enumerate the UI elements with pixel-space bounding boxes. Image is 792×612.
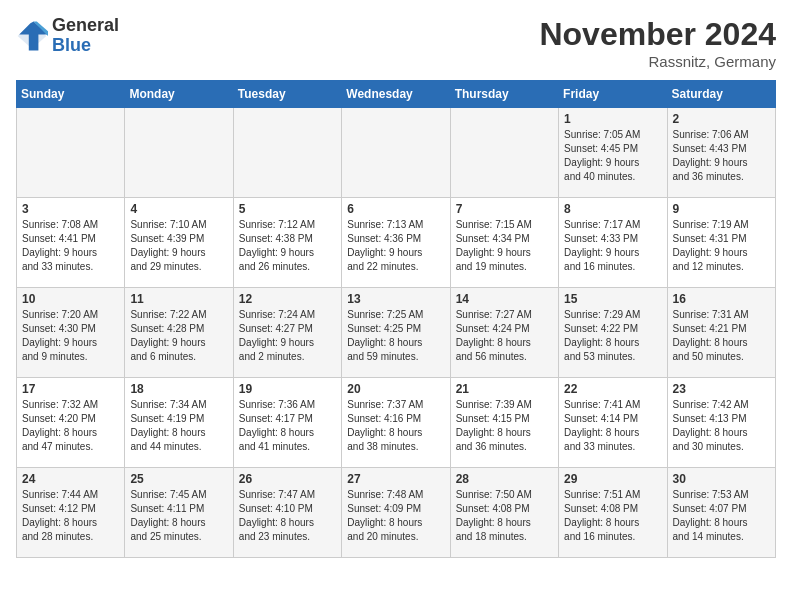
calendar-day-cell: 18Sunrise: 7:34 AM Sunset: 4:19 PM Dayli… — [125, 378, 233, 468]
day-info: Sunrise: 7:25 AM Sunset: 4:25 PM Dayligh… — [347, 308, 444, 364]
calendar-day-cell: 27Sunrise: 7:48 AM Sunset: 4:09 PM Dayli… — [342, 468, 450, 558]
day-number: 23 — [673, 382, 770, 396]
day-number: 22 — [564, 382, 661, 396]
calendar-day-cell: 9Sunrise: 7:19 AM Sunset: 4:31 PM Daylig… — [667, 198, 775, 288]
day-number: 25 — [130, 472, 227, 486]
title-block: November 2024 Rassnitz, Germany — [539, 16, 776, 70]
calendar-day-cell: 21Sunrise: 7:39 AM Sunset: 4:15 PM Dayli… — [450, 378, 558, 468]
calendar-day-cell: 26Sunrise: 7:47 AM Sunset: 4:10 PM Dayli… — [233, 468, 341, 558]
day-info: Sunrise: 7:13 AM Sunset: 4:36 PM Dayligh… — [347, 218, 444, 274]
day-number: 13 — [347, 292, 444, 306]
day-number: 27 — [347, 472, 444, 486]
day-info: Sunrise: 7:37 AM Sunset: 4:16 PM Dayligh… — [347, 398, 444, 454]
calendar-day-cell: 1Sunrise: 7:05 AM Sunset: 4:45 PM Daylig… — [559, 108, 667, 198]
day-number: 14 — [456, 292, 553, 306]
calendar-day-cell: 30Sunrise: 7:53 AM Sunset: 4:07 PM Dayli… — [667, 468, 775, 558]
day-info: Sunrise: 7:22 AM Sunset: 4:28 PM Dayligh… — [130, 308, 227, 364]
calendar-day-cell — [17, 108, 125, 198]
day-info: Sunrise: 7:12 AM Sunset: 4:38 PM Dayligh… — [239, 218, 336, 274]
day-info: Sunrise: 7:39 AM Sunset: 4:15 PM Dayligh… — [456, 398, 553, 454]
calendar-table: SundayMondayTuesdayWednesdayThursdayFrid… — [16, 80, 776, 558]
day-info: Sunrise: 7:53 AM Sunset: 4:07 PM Dayligh… — [673, 488, 770, 544]
day-number: 4 — [130, 202, 227, 216]
day-number: 10 — [22, 292, 119, 306]
calendar-week-row: 10Sunrise: 7:20 AM Sunset: 4:30 PM Dayli… — [17, 288, 776, 378]
weekday-header: Wednesday — [342, 81, 450, 108]
day-info: Sunrise: 7:15 AM Sunset: 4:34 PM Dayligh… — [456, 218, 553, 274]
day-number: 3 — [22, 202, 119, 216]
weekday-header: Thursday — [450, 81, 558, 108]
day-info: Sunrise: 7:24 AM Sunset: 4:27 PM Dayligh… — [239, 308, 336, 364]
logo-icon — [16, 20, 48, 52]
weekday-header: Saturday — [667, 81, 775, 108]
day-info: Sunrise: 7:32 AM Sunset: 4:20 PM Dayligh… — [22, 398, 119, 454]
day-number: 9 — [673, 202, 770, 216]
day-info: Sunrise: 7:08 AM Sunset: 4:41 PM Dayligh… — [22, 218, 119, 274]
calendar-day-cell: 25Sunrise: 7:45 AM Sunset: 4:11 PM Dayli… — [125, 468, 233, 558]
weekday-header: Monday — [125, 81, 233, 108]
calendar-day-cell: 4Sunrise: 7:10 AM Sunset: 4:39 PM Daylig… — [125, 198, 233, 288]
calendar-day-cell: 24Sunrise: 7:44 AM Sunset: 4:12 PM Dayli… — [17, 468, 125, 558]
day-number: 12 — [239, 292, 336, 306]
day-number: 24 — [22, 472, 119, 486]
day-number: 30 — [673, 472, 770, 486]
calendar-week-row: 3Sunrise: 7:08 AM Sunset: 4:41 PM Daylig… — [17, 198, 776, 288]
calendar-day-cell: 15Sunrise: 7:29 AM Sunset: 4:22 PM Dayli… — [559, 288, 667, 378]
calendar-day-cell: 12Sunrise: 7:24 AM Sunset: 4:27 PM Dayli… — [233, 288, 341, 378]
calendar-week-row: 1Sunrise: 7:05 AM Sunset: 4:45 PM Daylig… — [17, 108, 776, 198]
logo-text: General Blue — [52, 16, 119, 56]
day-number: 21 — [456, 382, 553, 396]
day-number: 20 — [347, 382, 444, 396]
day-number: 16 — [673, 292, 770, 306]
day-info: Sunrise: 7:48 AM Sunset: 4:09 PM Dayligh… — [347, 488, 444, 544]
calendar-day-cell: 10Sunrise: 7:20 AM Sunset: 4:30 PM Dayli… — [17, 288, 125, 378]
day-number: 7 — [456, 202, 553, 216]
day-number: 2 — [673, 112, 770, 126]
day-number: 29 — [564, 472, 661, 486]
day-number: 11 — [130, 292, 227, 306]
day-number: 18 — [130, 382, 227, 396]
calendar-day-cell: 2Sunrise: 7:06 AM Sunset: 4:43 PM Daylig… — [667, 108, 775, 198]
page-header: General Blue November 2024 Rassnitz, Ger… — [16, 16, 776, 70]
month-title: November 2024 — [539, 16, 776, 53]
calendar-day-cell: 13Sunrise: 7:25 AM Sunset: 4:25 PM Dayli… — [342, 288, 450, 378]
day-info: Sunrise: 7:20 AM Sunset: 4:30 PM Dayligh… — [22, 308, 119, 364]
calendar-day-cell: 3Sunrise: 7:08 AM Sunset: 4:41 PM Daylig… — [17, 198, 125, 288]
calendar-week-row: 17Sunrise: 7:32 AM Sunset: 4:20 PM Dayli… — [17, 378, 776, 468]
calendar-day-cell — [450, 108, 558, 198]
location: Rassnitz, Germany — [539, 53, 776, 70]
weekday-header: Sunday — [17, 81, 125, 108]
day-number: 1 — [564, 112, 661, 126]
calendar-day-cell: 16Sunrise: 7:31 AM Sunset: 4:21 PM Dayli… — [667, 288, 775, 378]
day-info: Sunrise: 7:05 AM Sunset: 4:45 PM Dayligh… — [564, 128, 661, 184]
calendar-day-cell: 19Sunrise: 7:36 AM Sunset: 4:17 PM Dayli… — [233, 378, 341, 468]
calendar-day-cell: 20Sunrise: 7:37 AM Sunset: 4:16 PM Dayli… — [342, 378, 450, 468]
day-number: 26 — [239, 472, 336, 486]
day-info: Sunrise: 7:41 AM Sunset: 4:14 PM Dayligh… — [564, 398, 661, 454]
weekday-header: Friday — [559, 81, 667, 108]
calendar-day-cell: 22Sunrise: 7:41 AM Sunset: 4:14 PM Dayli… — [559, 378, 667, 468]
calendar-day-cell: 8Sunrise: 7:17 AM Sunset: 4:33 PM Daylig… — [559, 198, 667, 288]
logo: General Blue — [16, 16, 119, 56]
calendar-body: 1Sunrise: 7:05 AM Sunset: 4:45 PM Daylig… — [17, 108, 776, 558]
day-info: Sunrise: 7:42 AM Sunset: 4:13 PM Dayligh… — [673, 398, 770, 454]
calendar-day-cell — [342, 108, 450, 198]
weekday-row: SundayMondayTuesdayWednesdayThursdayFrid… — [17, 81, 776, 108]
day-info: Sunrise: 7:50 AM Sunset: 4:08 PM Dayligh… — [456, 488, 553, 544]
calendar-day-cell: 23Sunrise: 7:42 AM Sunset: 4:13 PM Dayli… — [667, 378, 775, 468]
calendar-day-cell: 7Sunrise: 7:15 AM Sunset: 4:34 PM Daylig… — [450, 198, 558, 288]
day-info: Sunrise: 7:36 AM Sunset: 4:17 PM Dayligh… — [239, 398, 336, 454]
day-number: 28 — [456, 472, 553, 486]
day-number: 6 — [347, 202, 444, 216]
calendar-day-cell: 17Sunrise: 7:32 AM Sunset: 4:20 PM Dayli… — [17, 378, 125, 468]
day-info: Sunrise: 7:45 AM Sunset: 4:11 PM Dayligh… — [130, 488, 227, 544]
day-number: 5 — [239, 202, 336, 216]
day-info: Sunrise: 7:44 AM Sunset: 4:12 PM Dayligh… — [22, 488, 119, 544]
day-number: 19 — [239, 382, 336, 396]
day-number: 17 — [22, 382, 119, 396]
calendar-day-cell: 29Sunrise: 7:51 AM Sunset: 4:08 PM Dayli… — [559, 468, 667, 558]
day-info: Sunrise: 7:27 AM Sunset: 4:24 PM Dayligh… — [456, 308, 553, 364]
day-info: Sunrise: 7:34 AM Sunset: 4:19 PM Dayligh… — [130, 398, 227, 454]
day-info: Sunrise: 7:29 AM Sunset: 4:22 PM Dayligh… — [564, 308, 661, 364]
calendar-day-cell — [125, 108, 233, 198]
